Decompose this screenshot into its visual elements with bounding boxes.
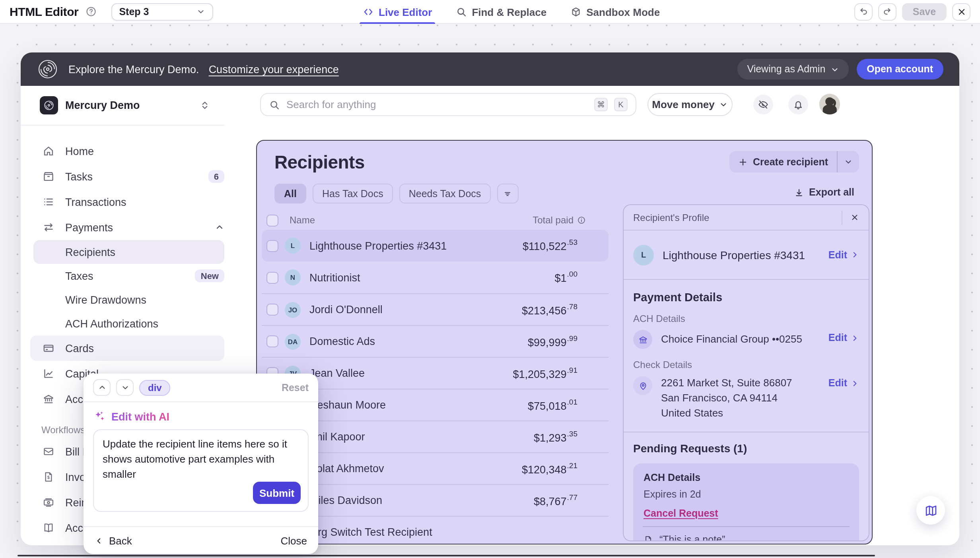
select-parent-button[interactable] xyxy=(93,379,111,396)
selected-element-tag: div xyxy=(139,380,171,395)
close-panel-button[interactable]: Close xyxy=(281,535,307,546)
chevron-left-icon xyxy=(95,536,103,545)
filter-icon xyxy=(503,189,512,198)
pending-requests-title: Pending Requests (1) xyxy=(633,442,859,454)
move-money-button[interactable]: Move money xyxy=(648,93,733,116)
mailing-address: 2261 Market St, Suite 86807 San Francisc… xyxy=(661,376,792,421)
org-logo-icon xyxy=(40,96,58,114)
select-all-checkbox[interactable] xyxy=(266,214,278,226)
table-row[interactable]: N Nutritionist $1.00 xyxy=(262,262,609,293)
sidebar-item-taxes[interactable]: Taxes New xyxy=(21,264,235,288)
filter-has-tax-docs[interactable]: Has Tax Docs xyxy=(313,184,393,203)
org-switcher[interactable]: Mercury Demo xyxy=(21,86,224,126)
recipient-name: Nutritionist xyxy=(309,271,360,283)
pending-expiry: Expires in 2d xyxy=(644,488,849,500)
reimburse-icon xyxy=(41,496,55,509)
user-avatar[interactable] xyxy=(819,94,840,114)
redo-button[interactable] xyxy=(878,3,896,20)
save-button[interactable]: Save xyxy=(902,3,947,20)
edit-with-ai-header: Edit with AI xyxy=(93,410,309,423)
cancel-request-link[interactable]: Cancel Request xyxy=(644,508,718,519)
export-all-label: Export all xyxy=(809,187,854,198)
viewport-bottom-edge xyxy=(18,555,875,556)
step-select[interactable]: Step 3 xyxy=(111,3,213,20)
tab-live-editor[interactable]: Live Editor xyxy=(363,0,432,24)
filter-needs-tax-docs[interactable]: Needs Tax Docs xyxy=(399,184,491,203)
submit-button[interactable]: Submit xyxy=(253,482,301,504)
create-recipient-dropdown[interactable] xyxy=(837,151,859,172)
search-input[interactable] xyxy=(286,99,588,110)
edit-check-button[interactable]: Edit xyxy=(828,376,859,389)
global-search[interactable]: ⌘ K xyxy=(260,93,636,116)
close-editor-button[interactable] xyxy=(952,3,970,20)
help-icon[interactable] xyxy=(85,6,97,17)
row-checkbox[interactable] xyxy=(266,240,278,252)
chevron-right-icon xyxy=(850,333,859,342)
recipient-avatar: DA xyxy=(285,333,301,349)
address-line-2: San Francisco, CA 94114 xyxy=(661,392,778,404)
table-row[interactable]: DA Domestic Ads $99,999.99 xyxy=(262,325,609,357)
viewing-as-dropdown[interactable]: Viewing as Admin xyxy=(737,59,848,79)
chevron-down-icon xyxy=(830,65,839,74)
table-row[interactable]: JO Jordi O'Donnell $213,456.78 xyxy=(262,293,609,325)
edit-with-ai-label: Edit with AI xyxy=(111,411,169,422)
eye-off-icon xyxy=(757,99,769,110)
ai-panel-body: Edit with AI Update the recipient line i… xyxy=(84,402,318,526)
row-checkbox[interactable] xyxy=(266,335,278,347)
privacy-eye-button[interactable] xyxy=(753,95,773,114)
customize-link[interactable]: Customize your experience xyxy=(209,63,339,75)
transfer-icon xyxy=(41,221,55,234)
ach-details-label: ACH Details xyxy=(633,313,859,324)
sidebar-item-tasks[interactable]: Tasks 6 xyxy=(21,164,235,189)
open-account-button[interactable]: Open account xyxy=(856,59,943,79)
ach-details-row: Choice Financial Group ••0255 Edit xyxy=(633,330,859,349)
edit-ach-button[interactable]: Edit xyxy=(828,330,859,343)
sidebar-item-label: Tasks xyxy=(65,170,93,182)
sidebar-item-transactions[interactable]: Transactions xyxy=(21,189,235,215)
filter-button[interactable] xyxy=(497,184,518,203)
recipient-name: Domestic Ads xyxy=(309,335,375,347)
tab-sandbox-mode[interactable]: Sandbox Mode xyxy=(570,0,660,24)
tasks-icon xyxy=(41,170,55,183)
notifications-button[interactable] xyxy=(788,95,808,114)
sidebar-item-payments[interactable]: Payments xyxy=(21,215,235,240)
chevron-down-icon xyxy=(121,383,129,392)
export-all-button[interactable]: Export all xyxy=(794,187,854,198)
undo-button[interactable] xyxy=(854,3,873,20)
payment-details-title: Payment Details xyxy=(633,291,859,304)
tab-find-replace[interactable]: Find & Replace xyxy=(456,0,546,24)
back-button[interactable]: Back xyxy=(95,535,132,546)
sidebar-item-ach-authorizations[interactable]: ACH Authorizations xyxy=(21,312,235,335)
filter-all[interactable]: All xyxy=(274,184,306,203)
tab-label: Find & Replace xyxy=(472,6,546,18)
cube-icon xyxy=(570,6,581,17)
sidebar-item-label: ACH Authorizations xyxy=(65,318,158,329)
sidebar-item-label: Cards xyxy=(65,342,94,354)
recipient-name: Org Switch Test Recipient xyxy=(309,526,432,538)
banner-actions: Viewing as Admin Open account xyxy=(737,59,943,79)
row-checkbox[interactable] xyxy=(266,271,278,283)
plus-icon xyxy=(738,157,747,167)
sidebar-item-wire-drawdowns[interactable]: Wire Drawdowns xyxy=(21,288,235,312)
close-profile-button[interactable] xyxy=(842,210,859,225)
info-icon xyxy=(577,215,586,225)
bill-pay-icon xyxy=(41,445,55,458)
sidebar-item-cards[interactable]: Cards xyxy=(30,335,224,361)
sidebar-item-home[interactable]: Home xyxy=(21,138,235,164)
total-paid-value: $120,348.21 xyxy=(522,462,578,476)
table-row[interactable]: L Lighthouse Properties #3431 $110,522.5… xyxy=(262,230,609,262)
chevron-right-icon xyxy=(850,379,859,388)
select-child-button[interactable] xyxy=(116,379,134,396)
sidebar-item-recipients[interactable]: Recipients xyxy=(33,240,224,264)
create-recipient-button[interactable]: Create recipient xyxy=(729,151,859,172)
map-button[interactable] xyxy=(916,496,945,525)
reset-button[interactable]: Reset xyxy=(282,382,309,393)
editor-tabs: Live Editor Find & Replace Sandbox Mode xyxy=(363,0,660,24)
total-paid-value xyxy=(577,525,578,539)
address-line-3: United States xyxy=(661,407,723,418)
edit-recipient-button[interactable]: Edit xyxy=(828,249,859,260)
ai-prompt-input[interactable]: Update the recipient line items here so … xyxy=(93,429,309,512)
row-checkbox[interactable] xyxy=(266,304,278,316)
sidebar-item-label: Payments xyxy=(65,221,113,233)
tasks-count-badge: 6 xyxy=(208,170,224,183)
